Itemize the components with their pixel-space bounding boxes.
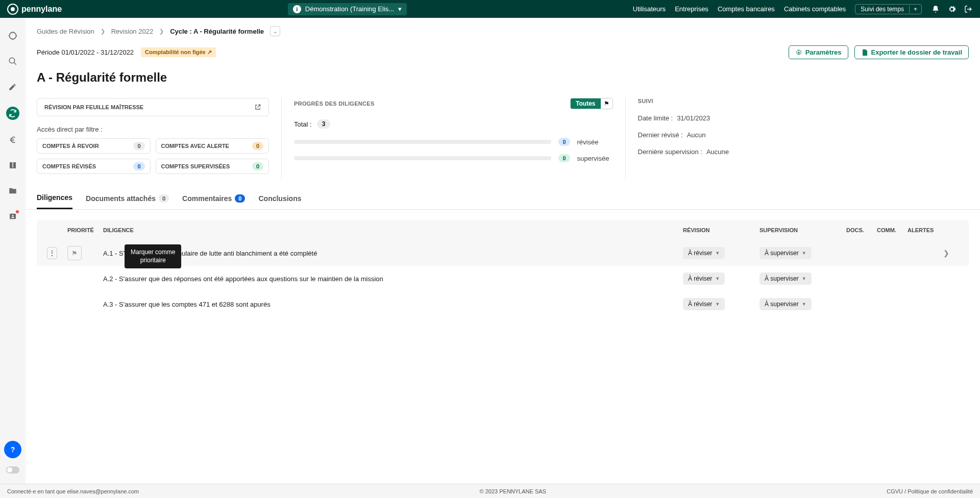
- logo[interactable]: pennylane: [7, 4, 62, 15]
- body-wrap: ? Guides de Révision ❯ Revision 2022 ❯ C…: [0, 18, 980, 484]
- table-row[interactable]: ⋮ ⚑ Marquer comme prioritaire A.1 - S'as…: [37, 240, 969, 266]
- sidebar-item-edit[interactable]: [7, 81, 18, 92]
- tab-diligences[interactable]: Diligences: [37, 193, 72, 209]
- revision-status[interactable]: À réviser ▼: [683, 298, 725, 310]
- gear-icon[interactable]: [947, 5, 957, 14]
- progress-panel: PROGRÈS DES DILIGENCES Toutes ⚑ Total : …: [282, 98, 626, 179]
- total-row: Total : 3: [294, 119, 613, 129]
- compta-badge[interactable]: Comptabilité non figée ↗: [141, 47, 216, 57]
- footer-links: CGVU / Politique de confidentialité: [887, 488, 973, 494]
- supervision-status[interactable]: À superviser ▼: [760, 272, 812, 285]
- status-label: À superviser: [765, 275, 799, 282]
- toutes-toggle[interactable]: Toutes ⚑: [570, 98, 612, 109]
- tab-comments[interactable]: Commentaires 0: [182, 193, 245, 209]
- time-tracking-button[interactable]: Suivi des temps +: [855, 4, 922, 14]
- params-button[interactable]: Paramètres: [789, 45, 848, 59]
- col-diligence: DILIGENCE: [103, 227, 683, 233]
- tabs: Diligences Documents attachés 0 Commenta…: [26, 179, 980, 210]
- filter-to-review[interactable]: COMPTES À REVOIR 0: [37, 138, 151, 154]
- col-comm: COMM.: [877, 227, 908, 233]
- status-label: À réviser: [688, 250, 712, 257]
- privacy-link[interactable]: Politique de confidentialité: [908, 488, 973, 494]
- params-label: Paramètres: [805, 48, 842, 56]
- tab-count: 0: [159, 194, 169, 203]
- progress-bar-reviewed: [294, 140, 551, 144]
- nav-companies[interactable]: Entreprises: [675, 5, 708, 13]
- period-row: Période 01/01/2022 - 31/12/2022 Comptabi…: [26, 36, 980, 59]
- revision-panel: RÉVISION PAR FEUILLE MAÎTRESSE Accès dir…: [37, 98, 282, 179]
- sidebar-item-cycle[interactable]: [6, 107, 19, 120]
- filter-reviewed[interactable]: COMPTES RÉVISÉS 0: [37, 159, 151, 174]
- revision-status[interactable]: À réviser ▼: [683, 272, 725, 285]
- panels: RÉVISION PAR FEUILLE MAÎTRESSE Accès dir…: [26, 85, 980, 179]
- bell-icon[interactable]: [931, 5, 940, 14]
- breadcrumb-revision[interactable]: Revision 2022: [111, 28, 153, 35]
- breadcrumb-dropdown[interactable]: ⌄: [270, 26, 280, 36]
- last-review-value: Aucun: [687, 131, 706, 139]
- cell-diligence: A.1 - S'assurer que le formulaire de lut…: [103, 250, 683, 257]
- filter-label: COMPTES SUPERVISÉES: [161, 163, 230, 169]
- priority-tooltip: Marquer comme prioritaire: [125, 244, 181, 268]
- priority-flag-button[interactable]: ⚑: [67, 246, 82, 260]
- top-center: i Démonstration (Training Elis... ▾: [62, 3, 633, 15]
- table-row[interactable]: A.2 - S'assurer que des réponses ont été…: [37, 266, 969, 291]
- breadcrumb-current: Cycle : A - Régularité formelle: [170, 28, 264, 35]
- cell-revision: À réviser ▼: [683, 298, 760, 310]
- tab-documents[interactable]: Documents attachés 0: [86, 193, 169, 209]
- feuille-maitresse-button[interactable]: RÉVISION PAR FEUILLE MAÎTRESSE: [37, 98, 269, 116]
- notification-dot-icon: [16, 210, 19, 213]
- chevron-down-icon: ▾: [398, 5, 402, 13]
- filter-label: COMPTES RÉVISÉS: [42, 163, 96, 169]
- sidebar-item-book[interactable]: [7, 160, 18, 171]
- expand-row-button[interactable]: ❯: [943, 249, 959, 257]
- chevron-down-icon: ▼: [802, 302, 806, 307]
- filter-row-1: COMPTES À REVOIR 0 COMPTES AVEC ALERTE 0: [37, 138, 269, 154]
- footer-login-info: Connecté·e en tant que elise.naves@penny…: [7, 488, 139, 494]
- sidebar-item-scope[interactable]: [7, 30, 18, 41]
- nav-firms[interactable]: Cabinets comptables: [784, 5, 846, 13]
- cell-diligence: A.3 - S'assurer que les comptes 471 et 6…: [103, 301, 683, 308]
- demo-badge[interactable]: i Démonstration (Training Elis... ▾: [288, 3, 407, 15]
- filter-alert[interactable]: COMPTES AVEC ALERTE 0: [156, 138, 270, 154]
- flag-icon: ⚑: [601, 98, 612, 109]
- svg-point-3: [12, 215, 14, 216]
- top-right: Utilisateurs Entreprises Comptes bancair…: [633, 4, 973, 14]
- deadline-key: Date limite :: [638, 114, 673, 122]
- col-docs: DOCS.: [846, 227, 877, 233]
- table-row[interactable]: A.3 - S'assurer que les comptes 471 et 6…: [37, 291, 969, 317]
- help-button[interactable]: ?: [4, 441, 21, 458]
- sidebar-item-euro[interactable]: [7, 134, 18, 145]
- count-badge: 0: [252, 162, 263, 170]
- sidebar-toggle[interactable]: [6, 466, 19, 474]
- sidebar-item-search[interactable]: [7, 56, 18, 67]
- svg-point-1: [9, 58, 15, 63]
- time-tracking-plus[interactable]: +: [909, 6, 921, 13]
- cell-supervision: À superviser ▼: [760, 272, 846, 285]
- last-supervision-value: Aucune: [706, 148, 729, 156]
- chevron-down-icon: ▼: [802, 276, 806, 281]
- cell-revision: À réviser ▼: [683, 247, 760, 259]
- nav-banks[interactable]: Comptes bancaires: [718, 5, 775, 13]
- export-button[interactable]: Exporter le dossier de travail: [854, 45, 969, 59]
- sidebar-item-user[interactable]: [7, 211, 18, 222]
- breadcrumb-guides[interactable]: Guides de Révision: [37, 28, 94, 35]
- supervision-status[interactable]: À superviser ▼: [760, 247, 812, 259]
- cgvu-link[interactable]: CGVU: [887, 488, 903, 494]
- filter-row-2: COMPTES RÉVISÉS 0 COMPTES SUPERVISÉES 0: [37, 159, 269, 174]
- footer: Connecté·e en tant que elise.naves@penny…: [0, 484, 980, 498]
- tab-conclusions[interactable]: Conclusions: [258, 193, 301, 209]
- table-header: PRIORITÉ DILIGENCE RÉVISION SUPERVISION …: [37, 220, 969, 240]
- logout-icon[interactable]: [964, 5, 973, 14]
- nav-users[interactable]: Utilisateurs: [633, 5, 666, 13]
- supervision-status[interactable]: À superviser ▼: [760, 298, 812, 310]
- feuille-label: RÉVISION PAR FEUILLE MAÎTRESSE: [44, 104, 143, 110]
- row-menu-button[interactable]: ⋮: [47, 247, 57, 259]
- sidebar-item-folder[interactable]: [7, 185, 18, 196]
- status-label: À réviser: [688, 275, 712, 282]
- status-label: À superviser: [765, 250, 799, 257]
- revision-status[interactable]: À réviser ▼: [683, 247, 725, 259]
- topbar: pennylane i Démonstration (Training Elis…: [0, 0, 980, 18]
- filter-supervised[interactable]: COMPTES SUPERVISÉES 0: [156, 159, 270, 174]
- last-supervision-row: Dernière supervision : Aucune: [638, 148, 957, 156]
- footer-copyright: © 2023 PENNYLANE SAS: [139, 488, 887, 494]
